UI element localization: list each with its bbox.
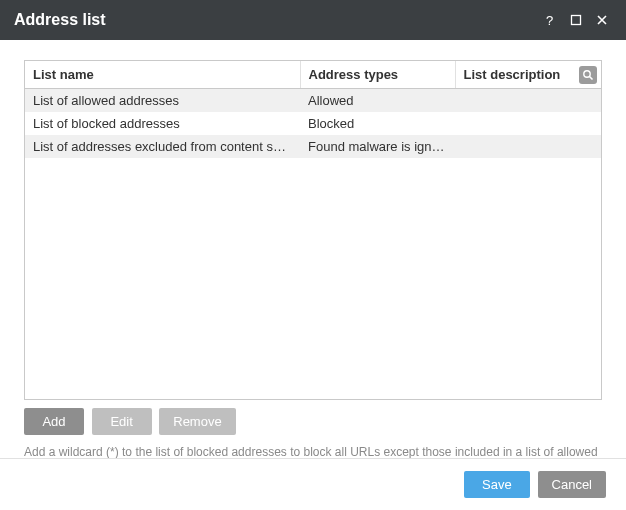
cell-description <box>455 112 601 135</box>
dialog-footer: Save Cancel <box>0 458 626 510</box>
svg-point-2 <box>584 70 590 76</box>
edit-button[interactable]: Edit <box>92 408 152 435</box>
column-header-name[interactable]: List name <box>25 61 300 89</box>
remove-button[interactable]: Remove <box>159 408 235 435</box>
svg-line-3 <box>590 76 593 79</box>
help-icon[interactable]: ? <box>538 8 562 32</box>
add-button[interactable]: Add <box>24 408 84 435</box>
cell-types: Allowed <box>300 89 455 113</box>
cell-types: Found malware is ignored <box>300 135 455 158</box>
table-row[interactable]: List of blocked addresses Blocked <box>25 112 601 135</box>
svg-rect-1 <box>572 16 581 25</box>
svg-text:?: ? <box>546 13 553 27</box>
cell-description <box>455 89 601 113</box>
content-area: List name Address types List description <box>0 40 626 473</box>
close-icon[interactable] <box>590 8 614 32</box>
titlebar: Address list ? <box>0 0 626 40</box>
save-button[interactable]: Save <box>464 471 530 498</box>
search-icon[interactable] <box>579 66 597 84</box>
row-actions: Add Edit Remove <box>24 408 602 435</box>
column-header-types[interactable]: Address types <box>300 61 455 89</box>
cell-description <box>455 135 601 158</box>
address-list-table: List name Address types List description <box>24 60 602 400</box>
table-row[interactable]: List of addresses excluded from content … <box>25 135 601 158</box>
cell-name: List of allowed addresses <box>25 89 300 113</box>
cancel-button[interactable]: Cancel <box>538 471 606 498</box>
cell-types: Blocked <box>300 112 455 135</box>
window-title: Address list <box>14 11 106 29</box>
column-header-description-label: List description <box>464 67 561 82</box>
cell-name: List of blocked addresses <box>25 112 300 135</box>
column-header-types-label: Address types <box>309 67 399 82</box>
column-header-description[interactable]: List description <box>455 61 601 89</box>
cell-name: List of addresses excluded from content … <box>25 135 300 158</box>
column-header-name-label: List name <box>33 67 94 82</box>
table-row[interactable]: List of allowed addresses Allowed <box>25 89 601 113</box>
maximize-icon[interactable] <box>564 8 588 32</box>
